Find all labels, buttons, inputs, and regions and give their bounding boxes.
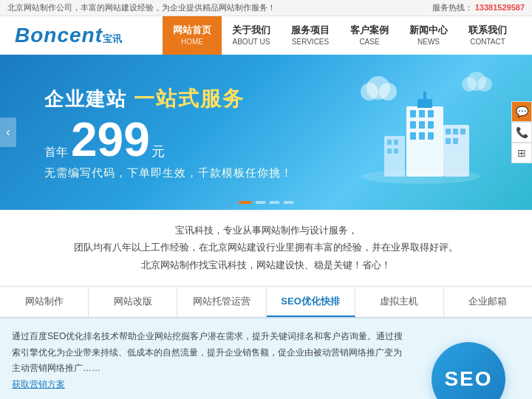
tab-website-creation[interactable]: 网站制作 — [0, 287, 89, 317]
banner-dot-3[interactable] — [270, 201, 280, 204]
banner-dot-1[interactable] — [239, 201, 252, 204]
svg-rect-18 — [453, 138, 458, 144]
svg-rect-3 — [419, 110, 425, 117]
services-tabs: 网站制作 网站改版 网站托管运营 SEO优化快排 虚拟主机 企业邮箱 — [0, 287, 532, 318]
hotline-label: 服务热线 — [432, 3, 465, 12]
tab-website-revamp[interactable]: 网站改版 — [89, 287, 177, 317]
tab-virtual-host[interactable]: 虚拟主机 — [355, 287, 444, 317]
svg-rect-22 — [387, 149, 392, 154]
nav-item-case[interactable]: 客户案例 CASE — [340, 16, 399, 55]
svg-rect-9 — [419, 132, 425, 140]
svg-rect-4 — [428, 110, 434, 117]
svg-rect-8 — [410, 132, 416, 140]
logo-brand-en: Boncent — [15, 24, 103, 47]
tab-seo[interactable]: SEO优化快排 — [267, 287, 355, 317]
svg-point-26 — [379, 83, 397, 100]
nav-item-home[interactable]: 网站首页 HOME — [163, 16, 222, 55]
qrcode-button[interactable]: ⊞ — [511, 143, 532, 163]
banner-price-block: 首年 299 元 — [44, 116, 293, 163]
tab-email[interactable]: 企业邮箱 — [444, 287, 532, 317]
logo[interactable]: Boncent宝讯 — [15, 24, 122, 47]
logo-brand-cn: 宝讯 — [103, 33, 122, 44]
nav-item-about[interactable]: 关于我们 ABOUT US — [222, 16, 281, 55]
top-bar-hotline: 服务热线： 13381529587 — [432, 2, 525, 13]
svg-rect-2 — [410, 110, 416, 117]
banner-dot-2[interactable] — [256, 201, 266, 204]
services-content: 通过百度SEO优化排名技术帮助企业网站挖掘客户潜在需求，提升关键词排名和客户咨询… — [0, 318, 532, 399]
services-text: 通过百度SEO优化排名技术帮助企业网站挖掘客户潜在需求，提升关键词排名和客户咨询… — [12, 329, 417, 399]
hotline-number: 13381529587 — [475, 3, 525, 12]
svg-rect-21 — [394, 140, 398, 145]
about-section: 宝讯科技，专业从事网站制作与设计服务， 团队均有八年以上工作经验，在北京网站建设… — [0, 210, 532, 287]
svg-point-29 — [477, 77, 492, 92]
navigation: 网站首页 HOME 关于我们 ABOUT US 服务项目 SERVICES 客户… — [163, 16, 517, 55]
svg-rect-6 — [419, 121, 425, 129]
svg-rect-5 — [410, 121, 416, 129]
seo-icon-circle: SEO — [432, 342, 505, 399]
phone-button[interactable]: 📞 — [511, 122, 532, 143]
banner-subtitle: 无需编写代码，下单即生效，千款模板任你挑！ — [44, 166, 293, 180]
nav-item-news[interactable]: 新闻中心 NEWS — [399, 16, 458, 55]
banner-title: 企业建站 一站式服务 — [44, 85, 293, 113]
nav-item-contact[interactable]: 联系我们 CONTACT — [458, 16, 517, 55]
about-line1: 宝讯科技，专业从事网站制作与设计服务， — [44, 222, 488, 239]
seo-link[interactable]: 获取营销方案 — [12, 379, 65, 389]
svg-rect-23 — [394, 149, 398, 154]
svg-rect-10 — [428, 132, 434, 140]
about-line3: 北京网站制作找宝讯科技，网站建设快、稳是关键！省心！ — [44, 256, 488, 273]
nav-item-services[interactable]: 服务项目 SERVICES — [281, 16, 340, 55]
svg-rect-14 — [446, 129, 451, 134]
seo-para1: 通过百度SEO优化排名技术帮助企业网站挖掘客户潜在需求，提升关键词排名和客户咨询… — [12, 329, 405, 377]
top-bar: 北京网站制作公司，丰富的网站建设经验，为企业提供精品网站制作服务！ 服务热线： … — [0, 0, 532, 16]
svg-rect-15 — [453, 129, 458, 134]
banner-illustration — [347, 69, 510, 195]
header: Boncent宝讯 网站首页 HOME 关于我们 ABOUT US 服务项目 S… — [0, 16, 532, 55]
chat-button[interactable]: 💬 — [511, 101, 532, 122]
services-section: 网站制作 网站改版 网站托管运营 SEO优化快排 虚拟主机 企业邮箱 通过百度S… — [0, 287, 532, 399]
banner-prev-button[interactable]: ‹ — [0, 117, 16, 147]
side-buttons: 💬 📞 ⊞ — [511, 101, 532, 163]
svg-rect-20 — [387, 140, 392, 145]
svg-rect-7 — [428, 121, 434, 129]
svg-rect-17 — [446, 138, 451, 144]
top-bar-left-text: 北京网站制作公司，丰富的网站建设经验，为企业提供精品网站制作服务！ — [7, 2, 276, 13]
banner-dot-4[interactable] — [284, 201, 294, 204]
svg-rect-12 — [423, 92, 426, 100]
svg-rect-16 — [460, 129, 466, 134]
banner-content: 企业建站 一站式服务 首年 299 元 无需编写代码，下单即生效，千款模板任你挑… — [0, 85, 293, 180]
banner-dots — [239, 201, 294, 204]
services-image: SEO — [417, 329, 520, 399]
tab-website-hosting[interactable]: 网站托管运营 — [177, 287, 266, 317]
banner: ‹ 企业建站 一站式服务 首年 299 元 无需编写代码，下单即生效，千款模板任… — [0, 55, 532, 210]
about-line2: 团队均有八年以上工作经验，在北京网站建设行业里拥有丰富的经验，并在业界取得好评。 — [44, 239, 488, 256]
